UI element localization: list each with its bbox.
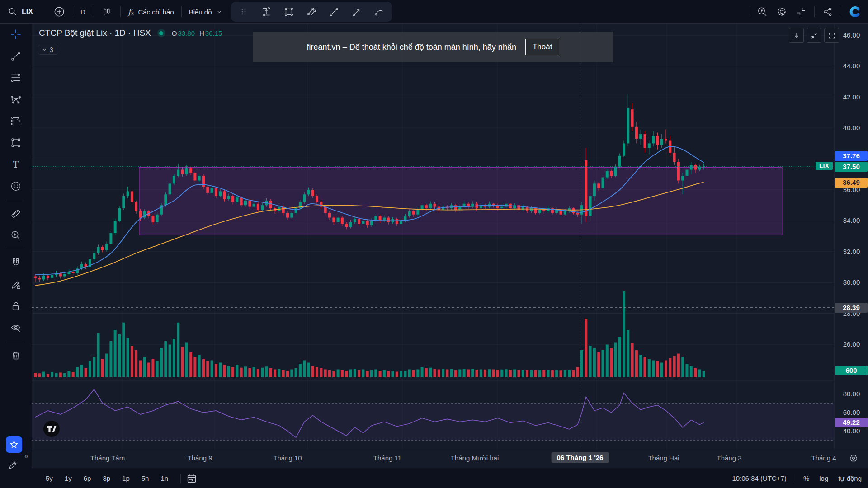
divider [7, 200, 25, 200]
price-tick: 26.00 [835, 340, 868, 349]
emoji-tool[interactable] [0, 175, 32, 197]
highlighter-tool[interactable] [7, 459, 19, 471]
range-button-3m[interactable]: 3p [99, 473, 114, 484]
range-button-5y[interactable]: 5y [42, 473, 57, 484]
collapse-panel-icon[interactable]: « [24, 451, 29, 461]
minimize-pane-icon[interactable] [807, 28, 821, 43]
time-label-selected: 06 Tháng 1 '26 [552, 452, 609, 463]
left-drawing-rail: T [0, 23, 32, 488]
time-label: Tháng 4 [811, 454, 836, 462]
range-button-1d[interactable]: 1n [156, 473, 172, 484]
divider [120, 6, 121, 17]
divider [93, 6, 93, 17]
rectangle-tool-icon[interactable] [283, 4, 295, 19]
rsi-tick: 80.00 [835, 389, 868, 399]
divider [814, 6, 815, 17]
zoom-in-tool[interactable] [0, 225, 32, 246]
volume-badge: 600 [835, 366, 868, 375]
go-to-date-calendar-icon[interactable] [185, 471, 198, 486]
rsi-tick: 60.00 [835, 408, 868, 417]
chart-menu-button[interactable]: Biểu đồ [189, 8, 212, 16]
grid-layer [32, 23, 834, 450]
drawing-tools-panel [231, 2, 392, 22]
percent-scale-button[interactable]: % [803, 474, 809, 482]
divider [841, 6, 841, 17]
range-button-1m[interactable]: 1p [118, 473, 134, 484]
fullscreen-exit-banner: fireant.vn – Để thoát khỏi chế độ toàn m… [253, 32, 613, 62]
ma-fast-badge: 37.76 [835, 151, 868, 161]
settings-gear-icon[interactable] [775, 4, 788, 19]
arrow-marker-tool-icon[interactable] [350, 4, 363, 19]
trendline-tool[interactable] [0, 45, 32, 67]
scroll-to-recent-icon[interactable] [789, 28, 804, 43]
open-value: 33.80 [178, 29, 195, 37]
forecast-tool[interactable] [0, 110, 32, 132]
tradingview-logo[interactable] [43, 420, 60, 437]
text-tool[interactable]: T [0, 154, 32, 175]
price-tick: 32.00 [835, 247, 868, 256]
crosshair-tool[interactable] [0, 23, 32, 45]
divider [7, 249, 25, 249]
search-icon[interactable] [6, 4, 19, 19]
price-tick: 34.00 [835, 216, 868, 225]
price-tick: 30.00 [835, 278, 868, 287]
interval-button[interactable]: D [80, 8, 85, 16]
chart-canvas[interactable] [32, 23, 834, 450]
range-button-6m[interactable]: 6p [80, 473, 95, 484]
candle-style-icon[interactable] [100, 4, 113, 19]
chart-title[interactable]: CTCP Bột giặt Lix · 1D · HSX [39, 28, 151, 38]
exit-fullscreen-button[interactable]: Thoát [525, 39, 559, 55]
symbol-search-button[interactable]: LIX [22, 8, 33, 16]
fullscreen-exit-icon[interactable] [795, 4, 807, 19]
divider [180, 474, 181, 483]
range-button-1y[interactable]: 1y [61, 473, 76, 484]
high-label: H [199, 29, 204, 37]
share-icon[interactable] [821, 4, 834, 19]
level-lines-layer [32, 23, 834, 450]
price-tick: 44.00 [835, 61, 868, 70]
top-toolbar: LIX D ƒx Các chỉ báo Biểu đồ [0, 0, 868, 24]
auto-scale-button[interactable]: tự động [838, 474, 862, 482]
chevron-down-icon[interactable] [216, 8, 223, 15]
ruler-measure-tool[interactable] [0, 203, 32, 225]
price-range-tool-icon[interactable] [260, 4, 273, 19]
price-tick: 42.00 [835, 93, 868, 102]
market-status-icon [157, 29, 165, 37]
quick-action-search-icon[interactable] [756, 4, 769, 19]
time-label: Tháng Mười hai [451, 454, 499, 462]
open-label: O [172, 29, 177, 37]
drawing-mode-lock-pencil-tool[interactable] [0, 274, 32, 296]
log-scale-button[interactable]: log [819, 474, 828, 482]
brush-tool-icon[interactable] [373, 4, 386, 19]
maximize-pane-icon[interactable] [824, 28, 839, 43]
axis-settings-hexagon-icon[interactable] [848, 453, 859, 464]
clock-label[interactable]: 10:06:34 (UTC+7) [732, 474, 786, 482]
time-label: Tháng 10 [273, 454, 302, 462]
chevron-down-icon [42, 47, 47, 52]
remove-drawings-trash-tool[interactable] [0, 345, 32, 366]
range-button-5d[interactable]: 5n [137, 473, 153, 484]
drag-handle-icon[interactable] [237, 4, 250, 19]
price-axis[interactable]: 46.0044.0042.0040.0036.0034.0032.0030.00… [834, 23, 868, 450]
time-axis[interactable]: Tháng TámTháng 9Tháng 10Tháng 11Tháng Mư… [32, 450, 868, 468]
parallel-channel-tool-icon[interactable] [305, 4, 318, 19]
hide-drawings-eye-tool[interactable] [0, 317, 32, 339]
divider [73, 6, 73, 17]
banner-text: fireant.vn – Để thoát khỏi chế độ toàn m… [307, 42, 516, 52]
xabcd-pattern-tool[interactable] [0, 89, 32, 110]
price-tick: 40.00 [835, 123, 868, 132]
shapes-rectangle-tool[interactable] [0, 132, 32, 154]
fireant-logo[interactable] [848, 4, 862, 19]
favorites-star-button[interactable] [6, 436, 22, 453]
divider [795, 474, 795, 483]
lock-all-tool[interactable] [0, 296, 32, 317]
indicators-collapse-toggle[interactable]: 3 [38, 45, 58, 55]
compare-add-icon[interactable] [53, 4, 66, 19]
fib-retracement-tool[interactable] [0, 67, 32, 89]
divider [181, 6, 182, 17]
indicators-button[interactable]: Các chỉ báo [138, 8, 174, 16]
ohlc-values: O33.80 H36.15 [172, 29, 222, 37]
trend-line-tool-icon[interactable] [328, 4, 340, 19]
rsi-tick: 40.00 [835, 427, 868, 436]
magnet-tool[interactable] [0, 252, 32, 274]
